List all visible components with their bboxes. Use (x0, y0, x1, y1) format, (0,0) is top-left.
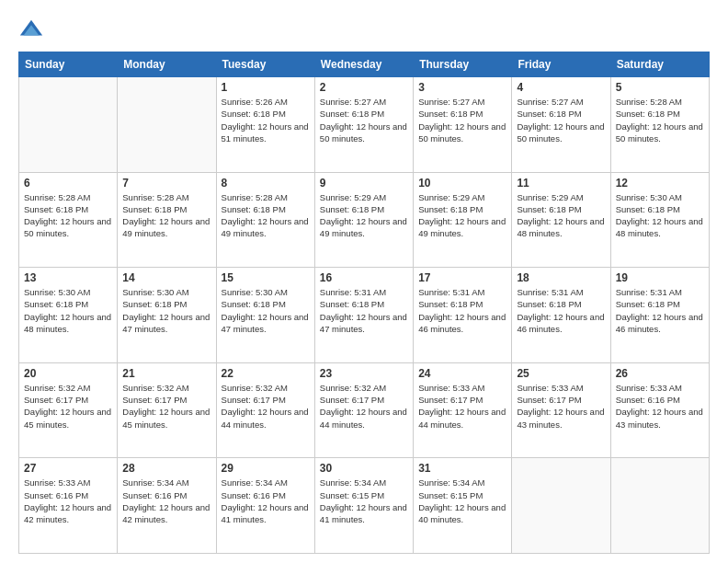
day-info: Sunrise: 5:32 AM Sunset: 6:17 PM Dayligh… (122, 382, 210, 431)
day-info: Sunrise: 5:28 AM Sunset: 6:18 PM Dayligh… (222, 191, 310, 240)
day-info: Sunrise: 5:34 AM Sunset: 6:15 PM Dayligh… (418, 477, 506, 525)
calendar-cell: 8Sunrise: 5:28 AM Sunset: 6:18 PM Daylig… (216, 172, 314, 268)
day-info: Sunrise: 5:30 AM Sunset: 6:18 PM Dayligh… (122, 286, 210, 335)
day-number: 10 (418, 177, 506, 190)
day-number: 15 (222, 271, 310, 284)
day-info: Sunrise: 5:27 AM Sunset: 6:18 PM Dayligh… (320, 96, 408, 144)
day-number: 3 (418, 81, 506, 94)
calendar-cell: 28Sunrise: 5:34 AM Sunset: 6:16 PM Dayli… (118, 458, 216, 554)
day-info: Sunrise: 5:28 AM Sunset: 6:18 PM Dayligh… (24, 191, 112, 240)
day-number: 9 (320, 177, 408, 190)
calendar-cell: 22Sunrise: 5:32 AM Sunset: 6:17 PM Dayli… (216, 362, 314, 458)
day-info: Sunrise: 5:27 AM Sunset: 6:18 PM Dayligh… (517, 96, 605, 144)
day-info: Sunrise: 5:30 AM Sunset: 6:18 PM Dayligh… (616, 191, 704, 240)
day-info: Sunrise: 5:29 AM Sunset: 6:18 PM Dayligh… (517, 191, 605, 240)
calendar-cell: 12Sunrise: 5:30 AM Sunset: 6:18 PM Dayli… (610, 172, 709, 268)
day-number: 14 (122, 271, 210, 284)
day-info: Sunrise: 5:33 AM Sunset: 6:17 PM Dayligh… (517, 382, 605, 431)
day-number: 22 (222, 367, 310, 380)
calendar-week-1: 6Sunrise: 5:28 AM Sunset: 6:18 PM Daylig… (19, 172, 710, 268)
day-number: 17 (418, 271, 506, 284)
day-info: Sunrise: 5:32 AM Sunset: 6:17 PM Dayligh… (222, 382, 310, 431)
day-number: 19 (616, 271, 704, 284)
calendar-cell: 5Sunrise: 5:28 AM Sunset: 6:18 PM Daylig… (610, 77, 709, 173)
day-info: Sunrise: 5:27 AM Sunset: 6:18 PM Dayligh… (418, 96, 506, 144)
day-info: Sunrise: 5:28 AM Sunset: 6:18 PM Dayligh… (616, 96, 704, 144)
day-number: 25 (517, 367, 605, 380)
day-info: Sunrise: 5:29 AM Sunset: 6:18 PM Dayligh… (320, 191, 408, 240)
day-number: 21 (122, 367, 210, 380)
day-info: Sunrise: 5:26 AM Sunset: 6:18 PM Dayligh… (222, 96, 310, 144)
calendar-week-4: 27Sunrise: 5:33 AM Sunset: 6:16 PM Dayli… (19, 458, 710, 554)
calendar-cell: 24Sunrise: 5:33 AM Sunset: 6:17 PM Dayli… (414, 362, 512, 458)
calendar-cell: 14Sunrise: 5:30 AM Sunset: 6:18 PM Dayli… (118, 268, 216, 363)
calendar-cell: 7Sunrise: 5:28 AM Sunset: 6:18 PM Daylig… (118, 172, 216, 268)
day-number: 18 (517, 271, 605, 284)
day-number: 1 (222, 81, 310, 94)
day-info: Sunrise: 5:33 AM Sunset: 6:16 PM Dayligh… (616, 382, 704, 431)
day-info: Sunrise: 5:31 AM Sunset: 6:18 PM Dayligh… (320, 286, 408, 335)
calendar-header-saturday: Saturday (610, 52, 709, 77)
calendar-cell: 2Sunrise: 5:27 AM Sunset: 6:18 PM Daylig… (314, 77, 413, 173)
day-info: Sunrise: 5:31 AM Sunset: 6:18 PM Dayligh… (517, 286, 605, 335)
day-info: Sunrise: 5:34 AM Sunset: 6:16 PM Dayligh… (122, 477, 210, 525)
calendar-cell: 25Sunrise: 5:33 AM Sunset: 6:17 PM Dayli… (512, 362, 610, 458)
day-number: 27 (24, 462, 112, 475)
day-number: 13 (24, 271, 112, 284)
calendar-cell: 20Sunrise: 5:32 AM Sunset: 6:17 PM Dayli… (19, 362, 118, 458)
calendar-cell: 19Sunrise: 5:31 AM Sunset: 6:18 PM Dayli… (610, 268, 709, 363)
day-number: 24 (418, 367, 506, 380)
calendar-cell: 31Sunrise: 5:34 AM Sunset: 6:15 PM Dayli… (414, 458, 512, 554)
day-number: 26 (616, 367, 704, 380)
calendar-cell: 26Sunrise: 5:33 AM Sunset: 6:16 PM Dayli… (610, 362, 709, 458)
day-number: 12 (616, 177, 704, 190)
calendar-cell: 30Sunrise: 5:34 AM Sunset: 6:15 PM Dayli… (314, 458, 413, 554)
calendar-header-thursday: Thursday (414, 52, 512, 77)
day-info: Sunrise: 5:30 AM Sunset: 6:18 PM Dayligh… (24, 286, 112, 335)
day-info: Sunrise: 5:29 AM Sunset: 6:18 PM Dayligh… (418, 191, 506, 240)
calendar-cell: 9Sunrise: 5:29 AM Sunset: 6:18 PM Daylig… (314, 172, 413, 268)
calendar-cell: 18Sunrise: 5:31 AM Sunset: 6:18 PM Dayli… (512, 268, 610, 363)
day-info: Sunrise: 5:34 AM Sunset: 6:16 PM Dayligh… (222, 477, 310, 525)
calendar-cell: 29Sunrise: 5:34 AM Sunset: 6:16 PM Dayli… (216, 458, 314, 554)
day-number: 30 (320, 462, 408, 475)
day-number: 20 (24, 367, 112, 380)
day-info: Sunrise: 5:32 AM Sunset: 6:17 PM Dayligh… (320, 382, 408, 431)
calendar-table: SundayMondayTuesdayWednesdayThursdayFrid… (18, 52, 710, 554)
day-info: Sunrise: 5:31 AM Sunset: 6:18 PM Dayligh… (616, 286, 704, 335)
day-info: Sunrise: 5:31 AM Sunset: 6:18 PM Dayligh… (418, 286, 506, 335)
day-number: 6 (24, 177, 112, 190)
calendar-cell: 21Sunrise: 5:32 AM Sunset: 6:17 PM Dayli… (118, 362, 216, 458)
calendar-cell (610, 458, 709, 554)
day-info: Sunrise: 5:33 AM Sunset: 6:16 PM Dayligh… (24, 477, 112, 525)
day-info: Sunrise: 5:32 AM Sunset: 6:17 PM Dayligh… (24, 382, 112, 431)
calendar-cell: 16Sunrise: 5:31 AM Sunset: 6:18 PM Dayli… (314, 268, 413, 363)
calendar-week-0: 1Sunrise: 5:26 AM Sunset: 6:18 PM Daylig… (19, 77, 710, 173)
day-number: 8 (222, 177, 310, 190)
calendar-cell (512, 458, 610, 554)
calendar-cell: 17Sunrise: 5:31 AM Sunset: 6:18 PM Dayli… (414, 268, 512, 363)
calendar-header-row: SundayMondayTuesdayWednesdayThursdayFrid… (19, 52, 710, 77)
calendar-cell: 15Sunrise: 5:30 AM Sunset: 6:18 PM Dayli… (216, 268, 314, 363)
day-number: 11 (517, 177, 605, 190)
calendar-header-monday: Monday (118, 52, 216, 77)
calendar-cell (19, 77, 118, 173)
calendar-week-2: 13Sunrise: 5:30 AM Sunset: 6:18 PM Dayli… (19, 268, 710, 363)
calendar-header-sunday: Sunday (19, 52, 118, 77)
calendar-cell: 11Sunrise: 5:29 AM Sunset: 6:18 PM Dayli… (512, 172, 610, 268)
calendar-cell: 6Sunrise: 5:28 AM Sunset: 6:18 PM Daylig… (19, 172, 118, 268)
header (18, 17, 710, 42)
calendar-cell: 1Sunrise: 5:26 AM Sunset: 6:18 PM Daylig… (216, 77, 314, 173)
day-number: 29 (222, 462, 310, 475)
logo-icon (18, 17, 44, 42)
day-number: 4 (517, 81, 605, 94)
calendar-cell: 13Sunrise: 5:30 AM Sunset: 6:18 PM Dayli… (19, 268, 118, 363)
calendar-cell: 4Sunrise: 5:27 AM Sunset: 6:18 PM Daylig… (512, 77, 610, 173)
logo (18, 17, 48, 42)
calendar-header-wednesday: Wednesday (314, 52, 413, 77)
calendar-week-3: 20Sunrise: 5:32 AM Sunset: 6:17 PM Dayli… (19, 362, 710, 458)
day-info: Sunrise: 5:34 AM Sunset: 6:15 PM Dayligh… (320, 477, 408, 525)
day-number: 28 (122, 462, 210, 475)
day-number: 23 (320, 367, 408, 380)
day-number: 7 (122, 177, 210, 190)
